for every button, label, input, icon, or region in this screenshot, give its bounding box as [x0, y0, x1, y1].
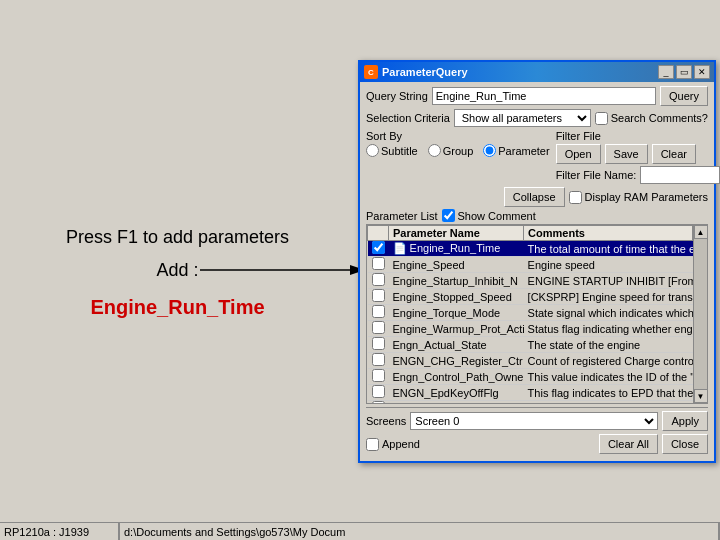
close-window-button[interactable]: Close — [662, 434, 708, 454]
app-icon: C — [364, 65, 378, 79]
filter-clear-button[interactable]: Clear — [652, 144, 696, 164]
table-scrollbar[interactable]: ▲ ▼ — [693, 225, 707, 403]
close-button[interactable]: ✕ — [694, 65, 710, 79]
append-checkbox[interactable]: Append — [366, 438, 420, 451]
query-string-input[interactable] — [432, 87, 656, 105]
sort-parameter[interactable]: Parameter — [483, 144, 549, 157]
sort-subtitle[interactable]: Subtitle — [366, 144, 418, 157]
row-checkbox-cell[interactable] — [368, 305, 389, 321]
row-comment: Status flag indicating whether engine — [524, 321, 693, 337]
comments-col-header: Comments — [524, 226, 693, 241]
row-checkbox-cell[interactable] — [368, 385, 389, 401]
selection-criteria-select[interactable]: Show all parameters — [454, 109, 591, 127]
filter-file-name-row: Filter File Name: — [556, 166, 720, 184]
row-checkbox-cell[interactable] — [368, 321, 389, 337]
table-row[interactable]: Engine_Warmup_Prot_Active Status flag in… — [368, 321, 693, 337]
action-row: Append Clear All Close — [366, 434, 708, 454]
scroll-up-arrow[interactable]: ▲ — [694, 225, 708, 239]
row-comment: This flag indicates to EPD that the — [524, 385, 693, 401]
row-checkbox-cell[interactable] — [368, 241, 389, 257]
row-comment: Status signal which indicates whether or — [524, 401, 693, 405]
row-param-name: Engine_Warmup_Prot_Active — [389, 321, 524, 337]
display-ram-checkbox[interactable]: Display RAM Parameters — [569, 191, 708, 204]
minimize-button[interactable]: _ — [658, 65, 674, 79]
title-bar-title: C ParameterQuery — [364, 65, 468, 79]
row-param-name: Engine_Stopped_Speed — [389, 289, 524, 305]
selection-criteria-row: Selection Criteria Show all parameters S… — [366, 109, 708, 127]
row-comment: [CKSPRP] Engine speed for transition — [524, 289, 693, 305]
screen-row: Screens Screen 0 Apply — [366, 411, 708, 431]
filter-save-button[interactable]: Save — [605, 144, 648, 164]
sort-options: Subtitle Group Parameter — [366, 144, 550, 157]
screens-label: Screens — [366, 415, 406, 427]
show-comment-checkbox[interactable]: Show Comment — [442, 209, 536, 222]
row-checkbox-cell[interactable] — [368, 337, 389, 353]
row-param-name: Engn_Actual_State — [389, 337, 524, 353]
row-comment: The state of the engine — [524, 337, 693, 353]
collapse-row: Collapse Display RAM Parameters — [366, 187, 708, 207]
instruction-text: Press F1 to add parameters Add : — [66, 221, 289, 286]
sort-group[interactable]: Group — [428, 144, 474, 157]
filter-file-row: Open Save Clear — [556, 144, 720, 164]
apply-button[interactable]: Apply — [662, 411, 708, 431]
table-row[interactable]: 📄 Engine_Run_Time The total amount of ti… — [368, 241, 693, 257]
row-param-name: 📄 Engine_Run_Time — [389, 241, 524, 257]
row-param-name: ENGN_EpdShtdwnEngine — [389, 401, 524, 405]
selection-criteria-label: Selection Criteria — [366, 112, 450, 124]
param-list-header: Parameter List Show Comment — [366, 209, 708, 222]
row-comment: ENGINE STARTUP INHIBIT [From — [524, 273, 693, 289]
bottom-section: Screens Screen 0 Apply Append Clear All … — [366, 407, 708, 454]
parameter-query-window: C ParameterQuery _ ▭ ✕ Query String Quer… — [358, 60, 716, 463]
parameter-table-body: 📄 Engine_Run_Time The total amount of ti… — [368, 241, 693, 405]
row-param-name: Engine_Speed — [389, 257, 524, 273]
table-row[interactable]: Engine_Speed Engine speed — [368, 257, 693, 273]
table-row[interactable]: Engn_Control_Path_Owner This value indic… — [368, 369, 693, 385]
row-param-name: ENGN_EpdKeyOffFlg — [389, 385, 524, 401]
row-param-name: ENGN_CHG_Register_Ctr — [389, 353, 524, 369]
query-button[interactable]: Query — [660, 86, 708, 106]
row-param-name: Engine_Startup_Inhibit_N — [389, 273, 524, 289]
filter-file-name-label: Filter File Name: — [556, 169, 637, 181]
row-checkbox-cell[interactable] — [368, 289, 389, 305]
row-param-name: Engine_Torque_Mode — [389, 305, 524, 321]
table-row[interactable]: ENGN_EpdShtdwnEngine Status signal which… — [368, 401, 693, 405]
table-row[interactable]: Engine_Torque_Mode State signal which in… — [368, 305, 693, 321]
table-row[interactable]: Engn_Actual_State The state of the engin… — [368, 337, 693, 353]
row-param-name: Engn_Control_Path_Owner — [389, 369, 524, 385]
filter-open-button[interactable]: Open — [556, 144, 601, 164]
row-comment: State signal which indicates which engin… — [524, 305, 693, 321]
window-controls[interactable]: _ ▭ ✕ — [658, 65, 710, 79]
row-comment: Engine speed — [524, 257, 693, 273]
parameter-table-container: Parameter Name Comments 📄 Engine_Run_Tim… — [366, 224, 708, 404]
param-list-label: Parameter List — [366, 210, 438, 222]
checkbox-col-header — [368, 226, 389, 241]
table-row[interactable]: ENGN_EpdKeyOffFlg This flag indicates to… — [368, 385, 693, 401]
clear-all-button[interactable]: Clear All — [599, 434, 658, 454]
parameter-highlight: Engine_Run_Time — [90, 296, 264, 319]
scroll-down-arrow[interactable]: ▼ — [694, 389, 708, 403]
sort-by-section: Sort By Subtitle Group Parameter — [366, 130, 550, 184]
row-comment: The total amount of time that the engine… — [524, 241, 693, 257]
row-checkbox-cell[interactable] — [368, 257, 389, 273]
query-string-row: Query String Query — [366, 86, 708, 106]
param-name-col-header: Parameter Name — [389, 226, 524, 241]
row-checkbox-cell[interactable] — [368, 273, 389, 289]
collapse-button[interactable]: Collapse — [504, 187, 565, 207]
scroll-thumb[interactable] — [694, 239, 707, 389]
table-row[interactable]: Engine_Startup_Inhibit_N ENGINE STARTUP … — [368, 273, 693, 289]
filter-file-label: Filter File — [556, 130, 720, 142]
screens-select[interactable]: Screen 0 — [410, 412, 658, 430]
search-comments-checkbox[interactable]: Search Comments? — [595, 112, 708, 125]
status-bar: RP1210a : J1939 d:\Documents and Setting… — [0, 522, 720, 540]
row-checkbox-cell[interactable] — [368, 353, 389, 369]
table-row[interactable]: Engine_Stopped_Speed [CKSPRP] Engine spe… — [368, 289, 693, 305]
status-left: RP1210a : J1939 — [0, 523, 120, 540]
table-row[interactable]: ENGN_CHG_Register_Ctr Count of registere… — [368, 353, 693, 369]
filter-file-section: Filter File Open Save Clear Filter File … — [556, 130, 720, 184]
maximize-button[interactable]: ▭ — [676, 65, 692, 79]
filter-file-name-input[interactable] — [640, 166, 720, 184]
row-checkbox-cell[interactable] — [368, 401, 389, 405]
row-comment: Count of registered Charge control — [524, 353, 693, 369]
row-checkbox-cell[interactable] — [368, 369, 389, 385]
left-panel: Press F1 to add parameters Add : Engine_… — [0, 0, 355, 540]
